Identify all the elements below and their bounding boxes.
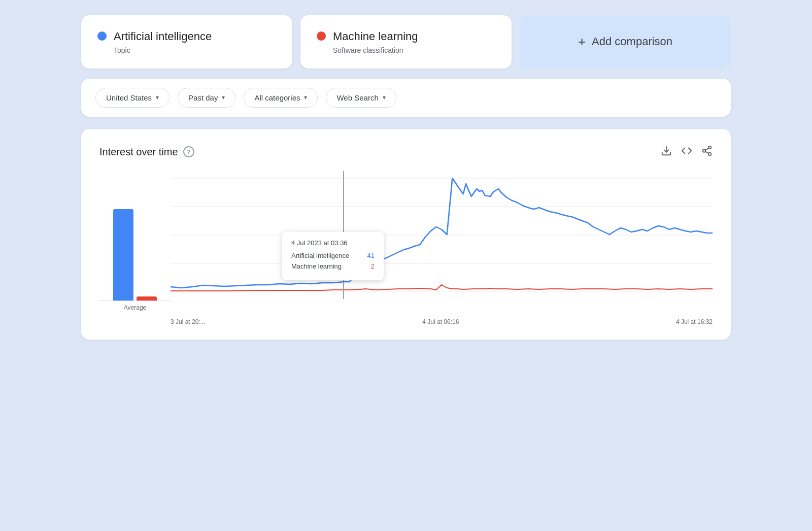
x-label-1: 4 Jul at 06:16	[422, 318, 459, 325]
ml-line	[171, 285, 713, 291]
ml-topic-sub: Software classification	[333, 46, 418, 54]
chart-area: Average 100 75 50 25	[99, 171, 713, 325]
tooltip-date: 4 Jul 2023 at 03:36	[291, 239, 375, 247]
ml-topic-name: Machine learning	[333, 29, 418, 44]
filter-time-arrow: ▾	[222, 94, 225, 101]
filter-category-arrow: ▾	[304, 94, 307, 101]
filter-search-type[interactable]: Web Search ▾	[326, 88, 396, 108]
filters-row: United States ▾ Past day ▾ All categorie…	[81, 79, 731, 117]
plus-icon: +	[578, 34, 586, 50]
chart-title-row: Interest over time ?	[99, 146, 194, 158]
bar-ai	[113, 209, 133, 301]
ai-topic-name: Artificial intelligence	[114, 29, 212, 44]
x-label-2: 4 Jul at 16:32	[676, 318, 713, 325]
tooltip-ai-value: 41	[367, 252, 375, 259]
filter-category-label: All categories	[254, 93, 300, 102]
line-chart-wrapper: 100 75 50 25 4 Jul 2023 at 03:36 Artific…	[171, 171, 713, 325]
filter-search-type-label: Web Search	[336, 93, 378, 102]
tooltip-ai-row: Artificial intelligence 41	[291, 252, 375, 259]
chart-title: Interest over time	[99, 146, 178, 158]
embed-icon[interactable]	[681, 145, 692, 159]
x-axis-labels: 3 Jul at 20:... 4 Jul at 06:16 4 Jul at …	[171, 315, 713, 325]
filter-time-label: Past day	[188, 93, 218, 102]
average-label: Average	[124, 304, 146, 311]
tooltip-ml-label: Machine learning	[291, 262, 342, 270]
filter-region-label: United States	[106, 93, 152, 102]
ai-topic-sub: Topic	[114, 46, 212, 54]
share-icon[interactable]	[701, 145, 713, 159]
add-comparison-card[interactable]: + Add comparison	[520, 15, 731, 69]
filter-region-arrow: ▾	[156, 94, 159, 101]
filter-search-type-arrow: ▾	[383, 94, 386, 101]
main-container: Artificial intelligence Topic Machine le…	[81, 15, 731, 340]
topic-card-ai: Artificial intelligence Topic	[81, 15, 292, 69]
chart-actions	[661, 145, 713, 159]
filter-time[interactable]: Past day ▾	[178, 88, 235, 108]
tooltip-ml-value: 2	[371, 262, 375, 270]
ai-dot	[97, 31, 107, 41]
bar-chart-area: Average	[99, 171, 171, 325]
chart-card: Interest over time ?	[81, 129, 731, 340]
ml-dot	[317, 31, 326, 41]
chart-tooltip: 4 Jul 2023 at 03:36 Artificial intellige…	[282, 232, 384, 280]
tooltip-ml-row: Machine learning 2	[291, 262, 375, 270]
bar-chart-inner	[113, 179, 157, 301]
ai-info: Artificial intelligence Topic	[114, 29, 212, 54]
topic-card-ml: Machine learning Software classification	[300, 15, 512, 69]
x-label-0: 3 Jul at 20:...	[171, 318, 206, 325]
line-chart-svg: 100 75 50 25	[171, 171, 713, 313]
ml-info: Machine learning Software classification	[333, 29, 418, 54]
bar-ml	[137, 296, 157, 301]
filter-category[interactable]: All categories ▾	[244, 88, 318, 108]
topic-cards-row: Artificial intelligence Topic Machine le…	[81, 15, 731, 69]
download-icon[interactable]	[661, 145, 672, 159]
svg-line-5	[705, 148, 708, 150]
ai-line	[171, 178, 713, 288]
add-comparison-label: Add comparison	[592, 35, 672, 48]
tooltip-ai-label: Artificial intelligence	[291, 252, 349, 259]
svg-line-4	[705, 151, 708, 153]
filter-region[interactable]: United States ▾	[95, 88, 170, 108]
help-icon[interactable]: ?	[183, 146, 194, 157]
chart-header: Interest over time ?	[99, 145, 713, 159]
